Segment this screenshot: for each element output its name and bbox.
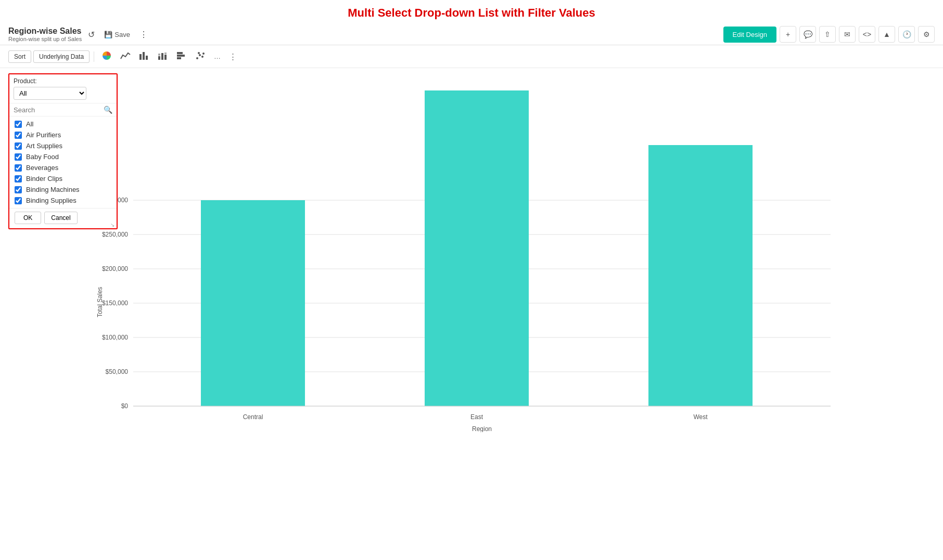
sort-button[interactable]: Sort: [8, 50, 31, 63]
add-button[interactable]: +: [780, 26, 796, 43]
filter-item[interactable]: Air Purifiers: [9, 129, 117, 140]
filter-panel: Product: All 🔍 AllAir PurifiersArt Suppl…: [8, 73, 118, 229]
schedule-button[interactable]: 🕐: [898, 26, 915, 43]
filter-item[interactable]: Binding Supplies: [9, 195, 117, 206]
bar-chart-icon: [139, 51, 149, 60]
line-chart-button[interactable]: [117, 49, 134, 64]
svg-rect-7: [164, 53, 167, 54]
svg-rect-9: [177, 55, 185, 57]
report-title-block: Region-wise Sales Region-wise split up o…: [8, 27, 82, 42]
svg-rect-5: [161, 53, 163, 60]
chart-area: $0 $50,000 $100,000 $150,000 $200,000 $2…: [50, 73, 935, 555]
filter-item-checkbox[interactable]: [15, 197, 22, 204]
filter-item-label: Binding Machines: [26, 186, 80, 193]
social-share-button[interactable]: <>: [859, 26, 875, 43]
bar-west: [648, 145, 753, 406]
toolbar: Sort Underlying Data: [0, 45, 943, 68]
page-wrapper: Multi Select Drop-down List with Filter …: [0, 0, 943, 560]
filter-cancel-button[interactable]: Cancel: [44, 212, 77, 224]
filter-item-checkbox[interactable]: [15, 186, 22, 193]
svg-rect-10: [177, 57, 181, 59]
filter-item[interactable]: Beverages: [9, 162, 117, 173]
filter-item-checkbox[interactable]: [15, 121, 22, 128]
bar-chart-svg: $0 $50,000 $100,000 $150,000 $200,000 $2…: [92, 79, 862, 432]
filter-item[interactable]: Binding Machines: [9, 184, 117, 195]
svg-rect-8: [177, 52, 183, 54]
svg-text:$50,000: $50,000: [106, 368, 129, 375]
svg-rect-3: [158, 56, 160, 60]
toolbar-more-button[interactable]: ⋮: [226, 50, 240, 63]
filter-item-label: Art Supplies: [26, 142, 62, 150]
filter-buttons: OK Cancel: [9, 208, 117, 228]
svg-text:East: East: [470, 413, 483, 421]
svg-rect-0: [139, 54, 142, 60]
svg-text:Region: Region: [472, 425, 492, 432]
bar-chart-button[interactable]: [136, 49, 152, 64]
svg-text:West: West: [693, 413, 708, 421]
more-chart-options-button[interactable]: …: [211, 50, 224, 62]
filter-search-row: 🔍: [9, 103, 117, 116]
search-icon: 🔍: [104, 106, 112, 114]
svg-point-13: [201, 56, 203, 58]
filter-item-label: Baby Food: [26, 153, 59, 161]
h-bar-button[interactable]: [173, 49, 190, 64]
svg-text:$250,000: $250,000: [102, 231, 128, 238]
share-button[interactable]: ⇧: [819, 26, 836, 43]
toolbar-separator: [94, 51, 94, 62]
save-icon: 💾: [104, 31, 112, 38]
svg-text:$100,000: $100,000: [102, 334, 128, 341]
filter-dropdown-row: All: [9, 86, 117, 103]
settings-button[interactable]: ⚙: [918, 26, 935, 43]
filter-item-checkbox[interactable]: [15, 175, 22, 183]
filter-item[interactable]: Binder Clips: [9, 173, 117, 184]
comment-button[interactable]: 💬: [799, 26, 816, 43]
scatter-plot-icon: [195, 51, 206, 60]
svg-text:$200,000: $200,000: [102, 265, 128, 272]
filter-item-checkbox[interactable]: [15, 153, 22, 161]
filter-item-checkbox[interactable]: [15, 164, 22, 172]
refresh-button[interactable]: ↺: [86, 28, 97, 42]
svg-rect-2: [146, 56, 148, 60]
report-title: Region-wise Sales: [8, 27, 82, 36]
filter-item-checkbox[interactable]: [15, 132, 22, 139]
more-options-button[interactable]: ⋮: [137, 28, 150, 42]
edit-design-button[interactable]: Edit Design: [723, 27, 776, 43]
filter-search-input[interactable]: [14, 106, 101, 114]
filter-item-label: All: [26, 120, 33, 128]
filter-item-label: Binder Clips: [26, 175, 62, 183]
filter-list: AllAir PurifiersArt SuppliesBaby FoodBev…: [9, 116, 117, 208]
page-title: Multi Select Drop-down List with Filter …: [0, 0, 943, 24]
filter-item-label: Beverages: [26, 164, 58, 172]
filter-label: Product:: [9, 74, 117, 86]
h-bar-icon: [176, 51, 187, 60]
chart-svg-container: $0 $50,000 $100,000 $150,000 $200,000 $2…: [92, 79, 914, 442]
filter-item[interactable]: All: [9, 119, 117, 129]
filter-item[interactable]: Art Supplies: [9, 140, 117, 151]
bar-east: [425, 90, 529, 406]
svg-point-15: [202, 53, 205, 55]
filter-item-label: Binding Supplies: [26, 197, 77, 204]
filter-ok-button[interactable]: OK: [15, 212, 41, 224]
upload-button[interactable]: ▲: [878, 26, 895, 43]
svg-text:Central: Central: [243, 413, 263, 421]
underlying-data-button[interactable]: Underlying Data: [33, 50, 90, 63]
filter-select[interactable]: All: [14, 87, 86, 100]
header-row: Region-wise Sales Region-wise split up o…: [0, 24, 943, 45]
pie-chart-icon: [101, 50, 112, 61]
resize-handle[interactable]: ↘: [110, 222, 116, 227]
filter-item[interactable]: Baby Food: [9, 151, 117, 162]
scatter-plot-button[interactable]: [192, 49, 209, 64]
filter-item-checkbox[interactable]: [15, 142, 22, 150]
save-label: Save: [114, 31, 130, 38]
svg-point-12: [199, 54, 201, 56]
header-right: Edit Design + 💬 ⇧ ✉ <> ▲ 🕐 ⚙: [723, 26, 935, 43]
email-button[interactable]: ✉: [839, 26, 856, 43]
save-button[interactable]: 💾 Save: [101, 29, 133, 41]
stacked-bar-button[interactable]: [155, 49, 171, 64]
svg-text:$0: $0: [121, 402, 129, 410]
line-chart-icon: [120, 51, 131, 60]
svg-text:$150,000: $150,000: [102, 299, 128, 307]
pie-chart-button[interactable]: [98, 48, 115, 64]
svg-rect-4: [158, 54, 160, 56]
main-content: Product: All 🔍 AllAir PurifiersArt Suppl…: [0, 68, 943, 560]
